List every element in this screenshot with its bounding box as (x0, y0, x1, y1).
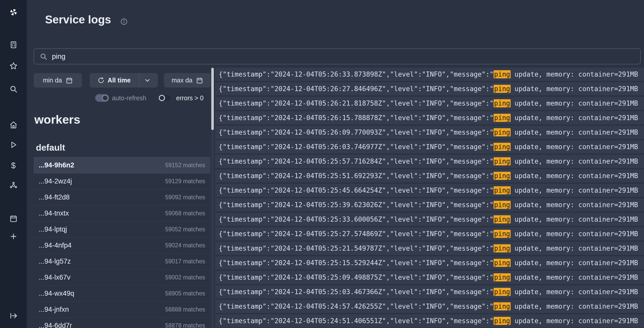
play-icon[interactable] (9, 140, 18, 149)
log-line[interactable]: {"timestamp":"2024-12-04T05:25:39.623026… (215, 198, 644, 211)
log-line[interactable]: {"timestamp":"2024-12-04T05:24:57.426255… (215, 300, 644, 313)
dollar-icon[interactable]: $ (9, 161, 18, 170)
errors-label: errors > 0 (176, 94, 204, 102)
log-line[interactable]: {"timestamp":"2024-12-04T05:25:21.549787… (215, 242, 644, 255)
worker-match-count: 59052 matches (165, 226, 205, 233)
time-range-label: All time (108, 77, 131, 84)
page-title: Service logs (45, 13, 111, 26)
log-line[interactable]: {"timestamp":"2024-12-04T05:25:09.498875… (215, 271, 644, 284)
worker-row[interactable]: ...94-lx67v59002 matches (34, 269, 210, 286)
scrollbar-thumb[interactable] (211, 68, 214, 130)
calendar-icon (66, 77, 73, 84)
groups-icon[interactable] (9, 181, 18, 190)
highlighted-term: ping (494, 317, 511, 325)
log-line[interactable]: {"timestamp":"2024-12-04T05:25:51.692293… (215, 169, 644, 182)
log-line[interactable]: {"timestamp":"2024-12-04T05:24:51.406551… (215, 314, 644, 327)
log-line[interactable]: {"timestamp":"2024-12-04T05:25:45.664254… (215, 184, 644, 197)
log-text: {"timestamp":"2024-12-04T05:25:09.498875… (215, 274, 638, 281)
highlighted-term: ping (494, 114, 511, 122)
log-line[interactable]: {"timestamp":"2024-12-04T05:25:27.574869… (215, 227, 644, 240)
log-text: {"timestamp":"2024-12-04T05:25:27.574869… (215, 230, 638, 238)
log-text: {"timestamp":"2024-12-04T05:26:09.770093… (215, 129, 638, 136)
windmill-logo-icon[interactable] (9, 8, 18, 17)
log-line[interactable]: {"timestamp":"2024-12-04T05:26:21.818758… (215, 97, 644, 110)
calculator-icon[interactable] (9, 40, 18, 49)
worker-match-count: 59129 matches (165, 178, 205, 185)
collapse-arrow-icon[interactable] (9, 311, 18, 320)
log-line[interactable]: {"timestamp":"2024-12-04T05:26:15.788878… (215, 111, 644, 124)
highlighted-term: ping (494, 259, 511, 267)
worker-row[interactable]: ...94-9h6n259152 matches (34, 157, 210, 173)
worker-match-count: 58905 matches (165, 290, 205, 297)
log-text: {"timestamp":"2024-12-04T05:25:57.716284… (215, 158, 638, 165)
log-line[interactable]: {"timestamp":"2024-12-04T05:26:09.770093… (215, 126, 644, 139)
auto-refresh-toggle[interactable] (95, 94, 109, 102)
worker-row[interactable]: ...94-2wz4j59129 matches (34, 173, 210, 189)
log-text: {"timestamp":"2024-12-04T05:25:03.467366… (215, 288, 638, 296)
highlighted-term: ping (494, 172, 511, 180)
worker-row[interactable]: ...94-jnfxn58888 matches (34, 302, 210, 318)
worker-row[interactable]: ...94-lptqj59052 matches (34, 221, 210, 237)
highlighted-term: ping (494, 273, 511, 281)
log-line[interactable]: {"timestamp":"2024-12-04T05:26:27.846496… (215, 82, 644, 95)
log-text: {"timestamp":"2024-12-04T05:25:39.623026… (215, 201, 638, 209)
time-range-button[interactable]: All time (90, 73, 158, 88)
highlighted-term: ping (494, 201, 511, 209)
worker-match-count: 59002 matches (165, 274, 205, 281)
worker-name: ...94-jnfxn (39, 306, 69, 313)
max-date-button[interactable]: max da (164, 73, 211, 88)
log-text: {"timestamp":"2024-12-04T05:25:51.692293… (215, 172, 638, 180)
highlighted-term: ping (494, 244, 511, 252)
log-panel: {"timestamp":"2024-12-04T05:26:33.873898… (215, 68, 644, 328)
log-line[interactable]: {"timestamp":"2024-12-04T05:25:57.716284… (215, 155, 644, 168)
worker-match-count: 58878 matches (165, 322, 205, 328)
min-date-button[interactable]: min da (34, 73, 82, 88)
search-bar (34, 48, 641, 64)
worker-row[interactable]: ...94-6dd7r58878 matches (34, 318, 210, 328)
worker-match-count: 59152 matches (165, 162, 205, 169)
log-line[interactable]: {"timestamp":"2024-12-04T05:26:33.873898… (215, 68, 644, 81)
log-line[interactable]: {"timestamp":"2024-12-04T05:25:15.529244… (215, 256, 644, 269)
time-range-main[interactable]: All time (92, 73, 136, 88)
log-text: {"timestamp":"2024-12-04T05:25:21.549787… (215, 245, 638, 252)
min-date-label: min da (43, 77, 62, 84)
worker-name: ...94-lptqj (39, 225, 67, 233)
worker-row[interactable]: ...94-tnxtx59068 matches (34, 205, 210, 221)
highlighted-term: ping (494, 186, 511, 194)
worker-row[interactable]: ...94-ft2d859092 matches (34, 189, 210, 205)
log-text: {"timestamp":"2024-12-04T05:25:45.664254… (215, 187, 638, 194)
errors-toggle[interactable] (158, 94, 172, 102)
highlighted-term: ping (494, 143, 511, 151)
toggle-knob (159, 95, 165, 101)
worker-row[interactable]: ...94-4nfp459024 matches (34, 237, 210, 253)
highlighted-term: ping (494, 230, 511, 238)
log-text: {"timestamp":"2024-12-04T05:26:27.846496… (215, 85, 638, 93)
log-text: {"timestamp":"2024-12-04T05:26:33.873898… (215, 70, 638, 78)
highlighted-term: ping (494, 215, 511, 223)
worker-match-count: 59092 matches (165, 194, 205, 201)
log-line[interactable]: {"timestamp":"2024-12-04T05:25:03.467366… (215, 285, 644, 298)
log-line[interactable]: {"timestamp":"2024-12-04T05:25:33.600056… (215, 213, 644, 226)
log-scrollbar[interactable] (211, 68, 214, 328)
log-line[interactable]: {"timestamp":"2024-12-04T05:26:03.746977… (215, 140, 644, 153)
star-icon[interactable] (9, 61, 18, 70)
worker-match-count: 58888 matches (165, 306, 205, 313)
worker-name: ...94-4nfp4 (39, 241, 72, 249)
search-icon[interactable] (9, 84, 18, 94)
workers-heading: workers (34, 112, 80, 126)
worker-row[interactable]: ...94-wx49q58905 matches (34, 286, 210, 302)
home-icon[interactable] (9, 120, 18, 130)
highlighted-term: ping (494, 128, 511, 136)
worker-row[interactable]: ...94-lg57z59017 matches (34, 253, 210, 269)
worker-name: ...94-wx49q (39, 290, 74, 297)
plus-icon[interactable] (9, 232, 18, 241)
worker-list: ...94-9h6n259152 matches...94-2wz4j59129… (34, 157, 210, 328)
log-text: {"timestamp":"2024-12-04T05:24:57.426255… (215, 303, 638, 310)
auto-refresh-label: auto-refresh (112, 94, 146, 102)
search-input[interactable] (52, 52, 635, 61)
time-range-dropdown[interactable] (139, 73, 155, 88)
worker-name: ...94-lx67v (39, 274, 71, 281)
info-icon[interactable] (120, 18, 128, 26)
sidebar: $ (0, 0, 27, 328)
calendar-icon[interactable] (9, 214, 18, 223)
